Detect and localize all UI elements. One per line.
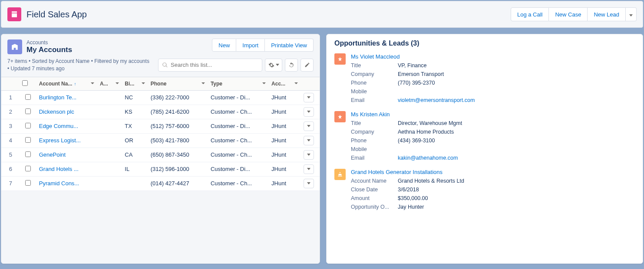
opportunities-leads-panel: Opportunities & Leads (3) Ms Violet Macc… — [326, 34, 643, 264]
row-checkbox[interactable] — [25, 137, 31, 143]
account-link[interactable]: Dickenson plc — [39, 108, 74, 115]
row-checkbox[interactable] — [25, 123, 31, 128]
table-row: 5GenePointCA(650) 867-3450Customer - Ch.… — [1, 148, 320, 162]
lead-item: Ms Violet MaccleodTitleVP, FinanceCompan… — [334, 53, 635, 103]
field-label: Mobile — [351, 89, 398, 95]
header-actions: Log a Call New Case New Lead — [511, 7, 637, 21]
row-menu-button[interactable] — [304, 150, 314, 160]
email-link[interactable]: violetm@emersontransport.com — [398, 97, 475, 103]
cell-a — [97, 176, 122, 190]
row-menu-button[interactable] — [304, 164, 314, 174]
row-number: 4 — [1, 133, 20, 148]
cell-phone: (014) 427-4427 — [148, 176, 208, 190]
list-settings-button[interactable] — [265, 59, 282, 72]
account-link[interactable]: Express Logist... — [39, 137, 81, 144]
cell-a — [97, 105, 122, 119]
col-type[interactable]: Type — [208, 77, 269, 90]
col-phone[interactable]: Phone — [148, 77, 208, 90]
account-link[interactable]: GenePoint — [39, 151, 66, 158]
refresh-button[interactable] — [285, 59, 298, 72]
select-all-checkbox[interactable] — [22, 80, 28, 86]
opportunity-icon — [334, 169, 346, 180]
cell-type: Customer - Di... — [208, 119, 269, 133]
record-link[interactable]: Ms Kristen Akin — [351, 111, 390, 118]
row-checkbox[interactable] — [25, 94, 31, 100]
field-label: Phone — [351, 138, 398, 144]
cell-phone: (336) 222-7000 — [148, 90, 208, 105]
field-label: Account Name — [351, 178, 398, 184]
edit-button[interactable] — [301, 59, 314, 72]
field-label: Title — [351, 62, 398, 69]
log-call-button[interactable]: Log a Call — [511, 7, 549, 21]
cell-state: OR — [122, 133, 148, 148]
account-link[interactable]: Burlington Te... — [39, 94, 76, 101]
row-checkbox[interactable] — [25, 166, 31, 171]
field-value: $350,000.00 — [398, 195, 428, 201]
list-meta: 7+ items • Sorted by Account Name • Filt… — [7, 58, 151, 72]
col-acc[interactable]: Acc... — [269, 77, 301, 90]
account-link[interactable]: Pyramid Cons... — [39, 180, 79, 187]
row-menu-button[interactable] — [304, 121, 314, 131]
lead-item: Ms Kristen AkinTitleDirector, Warehouse … — [334, 111, 635, 161]
cell-phone: (312) 596-1000 — [148, 162, 208, 176]
new-button[interactable]: New — [212, 39, 236, 52]
table-row: 6Grand Hotels ...IL(312) 596-1000Custome… — [1, 162, 320, 176]
cell-phone: (650) 867-3450 — [148, 148, 208, 162]
app-header: Field Sales App Log a Call New Case New … — [1, 1, 643, 28]
more-actions-button[interactable] — [626, 7, 637, 21]
col-account-name[interactable]: Account Na...↑ — [36, 77, 97, 90]
field-label: Amount — [351, 195, 398, 201]
field-value: (434) 369-3100 — [398, 138, 435, 144]
col-bi[interactable]: Bi... — [122, 77, 148, 90]
accounts-icon — [7, 39, 22, 54]
cell-state: TX — [122, 119, 148, 133]
field-label: Phone — [351, 80, 398, 86]
row-checkbox[interactable] — [25, 180, 31, 186]
row-checkbox[interactable] — [25, 108, 31, 114]
table-row: 4Express Logist...OR(503) 421-7800Custom… — [1, 133, 320, 148]
row-menu-button[interactable] — [304, 136, 314, 145]
row-checkbox[interactable] — [25, 151, 31, 157]
lead-icon — [334, 111, 346, 122]
cell-owner: JHunt — [269, 105, 301, 119]
field-label: Email — [351, 155, 398, 161]
cell-a — [97, 148, 122, 162]
field-label: Mobile — [351, 146, 398, 152]
record-link[interactable]: Ms Violet Maccleod — [351, 53, 400, 60]
cell-type: Customer - Ch... — [208, 133, 269, 148]
cell-owner: JHunt — [269, 90, 301, 105]
cell-owner: JHunt — [269, 162, 301, 176]
cell-type: Customer - Ch... — [208, 105, 269, 119]
row-menu-button[interactable] — [304, 93, 314, 102]
search-box[interactable] — [158, 59, 262, 72]
account-link[interactable]: Grand Hotels ... — [39, 166, 79, 172]
cell-type: Customer - Di... — [208, 162, 269, 176]
email-link[interactable]: kakin@athenahome.com — [398, 155, 458, 161]
record-link[interactable]: Grand Hotels Generator Installations — [351, 169, 443, 175]
search-input[interactable] — [171, 62, 258, 68]
cell-type: Customer - Ch... — [208, 176, 269, 190]
object-label: Accounts — [26, 39, 72, 46]
table-row: 2Dickenson plcKS(785) 241-6200Customer -… — [1, 105, 320, 119]
app-title: Field Sales App — [26, 10, 87, 20]
table-row: 3Edge Commu...TX(512) 757-6000Customer -… — [1, 119, 320, 133]
cell-phone: (512) 757-6000 — [148, 119, 208, 133]
row-menu-button[interactable] — [304, 107, 314, 117]
row-menu-button[interactable] — [304, 179, 314, 188]
field-label: Close Date — [351, 187, 398, 193]
cell-a — [97, 119, 122, 133]
cell-state: CA — [122, 148, 148, 162]
col-a[interactable]: A... — [97, 77, 122, 90]
account-link[interactable]: Edge Commu... — [39, 123, 78, 129]
field-label: Opportunity O... — [351, 204, 398, 210]
new-case-button[interactable]: New Case — [549, 7, 588, 21]
cell-phone: (503) 421-7800 — [148, 133, 208, 148]
list-view-title[interactable]: My Accounts — [26, 46, 72, 54]
import-button[interactable]: Import — [236, 39, 265, 52]
new-lead-button[interactable]: New Lead — [588, 7, 626, 21]
cell-phone: (785) 241-6200 — [148, 105, 208, 119]
row-number: 2 — [1, 105, 20, 119]
printable-view-button[interactable]: Printable View — [265, 39, 314, 52]
cell-state: KS — [122, 105, 148, 119]
cell-type: Customer - Di... — [208, 90, 269, 105]
